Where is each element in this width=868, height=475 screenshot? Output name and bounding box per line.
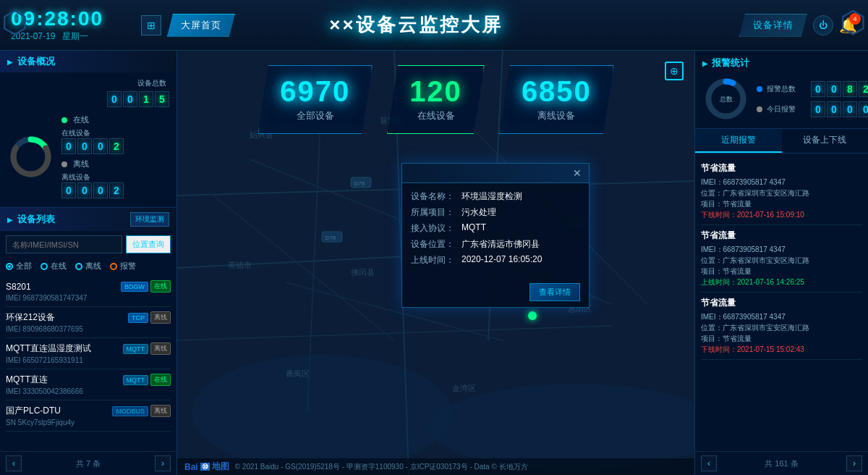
popup-protocol-row: 接入协议： MQTT bbox=[411, 222, 580, 235]
main-title: ××设备云监控大屏 bbox=[235, 12, 597, 38]
header: ⬡ 09:28:00 2021-07-19 星期一 ⊞ 大屏首页 ××设备云监控… bbox=[0, 0, 868, 51]
device-imei: IMEI 9687390581747347 bbox=[6, 294, 171, 302]
status-tag: 离线 bbox=[150, 311, 171, 324]
filter-online[interactable]: 在线 bbox=[41, 261, 67, 272]
alarm-prev-page-button[interactable]: ‹ bbox=[701, 455, 717, 471]
today-alarm-row: 今日报警 0 0 0 0 bbox=[757, 101, 868, 117]
alarm-item-title: 节省流量 bbox=[701, 162, 862, 175]
protocol-tag: BDGW bbox=[121, 282, 148, 292]
alarm-title: ▶ 报警统计 bbox=[702, 56, 749, 70]
svg-text:佛冈县: 佛冈县 bbox=[351, 268, 375, 277]
donut-center: 总数 bbox=[720, 94, 733, 104]
popup-project-val: 污水处理 bbox=[461, 206, 496, 219]
offline-count: 6850 bbox=[522, 77, 592, 106]
tab-device-online[interactable]: 设备上下线 bbox=[782, 129, 869, 153]
status-tag: 离线 bbox=[150, 342, 171, 355]
map-copyright: © 2021 Baidu - GS(2019)5218号 - 甲测资字11009… bbox=[235, 462, 528, 472]
search-input[interactable] bbox=[6, 235, 122, 253]
online-row: 在线 在线设备 0 0 0 2 bbox=[61, 114, 124, 154]
device-imei: IMEI 665072165931911 bbox=[6, 356, 171, 364]
device-item[interactable]: MQTT直连 MQTT 在线 IMEI 333050042386666 bbox=[6, 369, 171, 400]
total-alarm-row: 报警总数 0 0 8 2 bbox=[757, 81, 868, 97]
overview-title: 设备概况 bbox=[17, 55, 55, 68]
next-page-button[interactable]: › bbox=[155, 455, 171, 471]
popup-online-time-label: 上线时间： bbox=[411, 254, 461, 266]
map-footer: Bai⑩地图 © 2021 Baidu - GS(2019)5218号 - 甲测… bbox=[177, 458, 694, 475]
device-name: MQTT直连 bbox=[6, 374, 121, 386]
alarm-item-title: 节省流量 bbox=[701, 297, 862, 309]
popup-online-time-row: 上线时间： 2020-12-07 16:05:20 bbox=[411, 254, 580, 266]
device-name: 国产PLC-DTU bbox=[6, 405, 110, 417]
device-location-dot bbox=[528, 311, 537, 320]
home-nav-button[interactable]: 大屏首页 bbox=[167, 14, 235, 37]
status-tag: 在线 bbox=[150, 374, 171, 386]
popup-detail-button[interactable]: 查看详情 bbox=[529, 283, 580, 301]
tab-recent-alarms[interactable]: 近期报警 bbox=[695, 129, 782, 153]
digit-0: 0 bbox=[107, 91, 122, 107]
alarm-item-detail: IMEI：66873905817 4347 位置：广东省深圳市宝安区海汇路 项目… bbox=[701, 177, 862, 220]
location-target-button[interactable]: ⊕ bbox=[665, 62, 684, 80]
device-item[interactable]: 国产PLC-DTU MODBUS 离线 SN 5Kcy7slp9Fjiqu4y bbox=[6, 400, 171, 432]
header-center: ××设备云监控大屏 bbox=[235, 12, 597, 38]
location-query-button[interactable]: 位置查询 bbox=[126, 235, 171, 253]
total-count: 6970 bbox=[280, 77, 350, 106]
device-imei: SN 5Kcy7slp9Fjiqu4y bbox=[6, 419, 171, 426]
alarm-arrow-icon: ▶ bbox=[702, 59, 708, 67]
alarm-item-detail: IMEI：66873905817 4347 位置：广东省深圳市宝安区海汇路 项目… bbox=[701, 244, 862, 287]
device-stats-right: 在线 在线设备 0 0 0 2 bbox=[61, 114, 124, 198]
alarm-item[interactable]: 节省流量 IMEI：66873905817 4347 位置：广东省深圳市宝安区海… bbox=[701, 293, 862, 360]
popup-device-name-val: 环境温湿度检测 bbox=[461, 190, 522, 203]
today-alarm-dot bbox=[757, 106, 762, 112]
main-layout: ▶ 设备概况 设备总数 0 0 1 5 bbox=[0, 51, 868, 475]
popup-online-time-val: 2020-12-07 16:05:20 bbox=[461, 254, 542, 266]
alarm-stats-header: ▶ 报警统计 bbox=[702, 56, 861, 70]
online-label: 在线 bbox=[73, 114, 89, 125]
popup-footer: 查看详情 bbox=[402, 277, 589, 307]
device-list-section: ▶ 设备列表 环境监测 位置查询 全部 在线 离线 bbox=[0, 208, 176, 475]
prev-page-button[interactable]: ‹ bbox=[6, 455, 22, 471]
svg-text:G78: G78 bbox=[354, 180, 365, 187]
online-digits: 0 0 0 2 bbox=[61, 138, 124, 154]
popup-location-row: 设备位置： 广东省清远市佛冈县 bbox=[411, 238, 580, 251]
svg-text:G78: G78 bbox=[325, 235, 336, 241]
total-digits-row: 0 0 1 5 bbox=[7, 91, 169, 107]
filter-alarm[interactable]: 报警 bbox=[110, 261, 136, 272]
svg-point-4 bbox=[192, 355, 452, 471]
hex-decor-tr: ⬡ bbox=[840, 7, 867, 38]
alarm-item[interactable]: 节省流量 IMEI：66873905817 4347 位置：广东省深圳市宝安区海… bbox=[701, 158, 862, 225]
alarm-item[interactable]: 节省流量 IMEI：66873905817 4347 位置：广东省深圳市宝安区海… bbox=[701, 225, 862, 293]
device-item[interactable]: S8201 BDGW 在线 IMEI 9687390581747347 bbox=[6, 276, 171, 307]
popup-header: ✕ bbox=[402, 164, 589, 183]
alarm-next-page-button[interactable]: › bbox=[846, 455, 862, 471]
filter-offline[interactable]: 离线 bbox=[75, 261, 101, 272]
search-row: 位置查询 bbox=[0, 231, 176, 258]
power-button[interactable]: ⏻ bbox=[813, 15, 833, 35]
device-list-header: ▶ 设备列表 环境监测 bbox=[0, 208, 176, 231]
env-monitor-button[interactable]: 环境监测 bbox=[130, 212, 169, 227]
offline-label: 离线 bbox=[73, 159, 89, 169]
detail-nav-button[interactable]: 设备详情 bbox=[739, 14, 807, 37]
stats-cards: 6970 全部设备 120 在线设备 6850 离线设备 bbox=[258, 65, 614, 134]
device-item[interactable]: MQTT直连温湿度测试 MQTT 离线 IMEI 665072165931911 bbox=[6, 338, 171, 369]
radio-offline bbox=[75, 263, 82, 270]
header-nav-right: 设备详情 ⏻ 🔔 4 bbox=[597, 14, 857, 37]
device-items-list: S8201 BDGW 在线 IMEI 9687390581747347 环保21… bbox=[0, 276, 176, 451]
total-label: 全部设备 bbox=[280, 109, 350, 122]
today-alarm-digits: 0 0 0 0 bbox=[811, 101, 868, 117]
popup-device-name-label: 设备名称： bbox=[411, 190, 461, 203]
radio-all bbox=[6, 263, 13, 270]
device-item[interactable]: 环保212设备 TCP 离线 IMEI 890968680377695 bbox=[6, 307, 171, 338]
protocol-tag: MQTT bbox=[123, 375, 149, 385]
alarm-stats-right: 报警总数 0 0 8 2 今日报警 0 0 bbox=[757, 81, 868, 117]
center-map-area: G78 G78 G45 始兴县 翁源县 英德市 佛冈县 连平县 番禺区 金湾区 … bbox=[177, 51, 694, 475]
svg-text:英德市: 英德市 bbox=[228, 261, 252, 269]
svg-text:金湾区: 金湾区 bbox=[452, 384, 476, 392]
alarm-time: 下线时间：2021-07-15 15:02:43 bbox=[701, 344, 862, 355]
popup-close-button[interactable]: ✕ bbox=[573, 167, 582, 179]
expand-button[interactable]: ⊞ bbox=[141, 15, 161, 35]
protocol-tag: TCP bbox=[128, 313, 148, 323]
online-count: 120 bbox=[409, 77, 462, 106]
svg-text:番禺区: 番禺区 bbox=[286, 369, 310, 378]
filter-all[interactable]: 全部 bbox=[6, 261, 32, 272]
online-devices-card: 120 在线设备 bbox=[387, 65, 485, 134]
